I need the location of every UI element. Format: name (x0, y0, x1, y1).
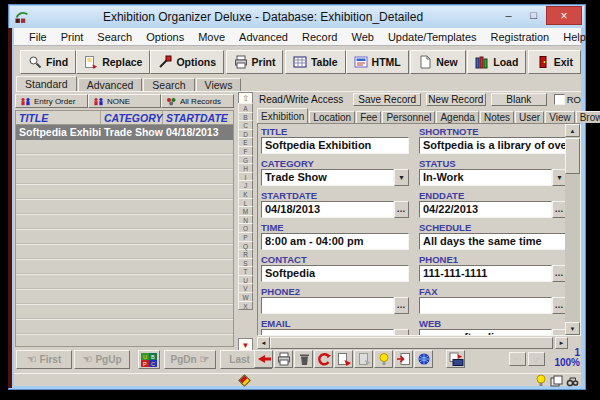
paste-record-icon[interactable] (354, 350, 373, 368)
ellipsis-button[interactable] (394, 329, 409, 336)
ellipsis-button[interactable] (394, 297, 409, 314)
menu-item[interactable]: Search (90, 31, 139, 43)
vertical-scroll-thumb[interactable] (565, 138, 580, 174)
field-input[interactable] (261, 297, 394, 314)
field-input[interactable]: Trade Show (261, 169, 394, 186)
view-tab[interactable]: Views (196, 78, 242, 91)
primasoft-logo-button[interactable]: UB PC (138, 350, 160, 369)
new-record-button[interactable]: New Record (426, 93, 486, 106)
form-tab[interactable]: Exhibition (257, 108, 308, 123)
blank-button[interactable]: Blank (491, 93, 547, 106)
form-field: ENDDATE 04/22/2013 (419, 190, 567, 222)
close-button[interactable]: × (546, 6, 582, 25)
load-button[interactable]: Load (467, 50, 526, 74)
save-record-button[interactable]: Save Record (353, 93, 421, 106)
menu-item[interactable]: Move (191, 31, 232, 43)
menu-item[interactable]: Help (556, 31, 593, 43)
horizontal-scrollbar[interactable]: ◄ ► (257, 337, 568, 349)
exit-button[interactable]: Exit (528, 50, 581, 74)
page-up-button[interactable]: ☜PgUp (74, 350, 130, 369)
copy-record-icon[interactable] (334, 350, 353, 368)
window-left-edge (8, 28, 12, 388)
menu-item[interactable]: Print (54, 31, 91, 43)
form-tab[interactable]: Notes (480, 111, 514, 123)
view-tab[interactable]: Advanced (78, 78, 143, 91)
table-row[interactable]: Softpedia Exhibiti Trade Show 04/18/2013 (16, 125, 233, 140)
import-record-icon[interactable] (394, 350, 413, 368)
field-input[interactable]: All days the same time (419, 233, 567, 250)
field-input[interactable]: In-Work (419, 169, 552, 186)
page-down-button[interactable]: PgDn☞ (164, 350, 216, 369)
maximize-button[interactable]: □ (521, 6, 546, 25)
hint-icon[interactable] (374, 350, 393, 368)
options-button[interactable]: Options (150, 50, 224, 74)
field-label: CONTACT (261, 254, 409, 265)
ellipsis-button[interactable] (394, 201, 409, 218)
column-header-category[interactable]: CATEGORY (101, 111, 163, 124)
field-input[interactable] (419, 297, 552, 314)
scroll-up-icon[interactable]: ▲ (565, 124, 580, 137)
menu-item[interactable]: File (22, 31, 54, 43)
field-label: TIME (261, 222, 409, 233)
form-tab[interactable]: Location (309, 111, 355, 123)
prev-record-button[interactable]: ☜ (509, 352, 526, 366)
form-tab[interactable]: Fee (356, 111, 381, 123)
vertical-scrollbar[interactable]: ▲ ▼ (565, 124, 580, 335)
web-icon[interactable] (414, 350, 433, 368)
menu-item[interactable]: Registration (484, 31, 557, 43)
field-input[interactable]: Softpedia (261, 265, 409, 282)
form-field: SHORTNOTE Softpedia is a library of over… (419, 126, 567, 158)
table-button[interactable]: Table (285, 50, 346, 74)
exit-icon (536, 55, 550, 69)
column-header-startdate[interactable]: STARTDATE (163, 111, 233, 124)
form-tab[interactable]: Browser (576, 111, 600, 123)
field-input[interactable] (261, 329, 394, 336)
first-record-button[interactable]: ☜First (16, 350, 72, 369)
new-button[interactable]: New (410, 50, 466, 74)
menu-item[interactable]: Options (139, 31, 191, 43)
replace-button[interactable]: Replace (76, 50, 150, 74)
field-input[interactable]: 04/22/2013 (419, 201, 552, 218)
field-input[interactable]: 04/18/2013 (261, 201, 394, 218)
back-arrow-icon[interactable] (254, 350, 273, 368)
next-record-button[interactable]: ☞ (528, 352, 545, 366)
form-tab[interactable]: Agenda (436, 111, 478, 123)
form-tab[interactable]: User (515, 111, 544, 123)
sort-none-button[interactable]: NONE (88, 94, 161, 108)
chevron-down-icon[interactable] (394, 169, 409, 186)
form-tab[interactable]: Personnel (382, 111, 435, 123)
save-disk-icon[interactable] (446, 350, 465, 368)
scroll-down-icon[interactable]: ▼ (565, 322, 580, 335)
load-icon (475, 55, 489, 69)
find-button[interactable]: Find (20, 50, 76, 74)
print-icon[interactable] (274, 350, 293, 368)
column-header-title[interactable]: TITLE (16, 111, 101, 124)
horizontal-scroll-thumb[interactable] (270, 337, 553, 349)
readonly-checkbox[interactable] (554, 94, 565, 105)
scroll-left-icon[interactable]: ◄ (257, 337, 270, 349)
delete-icon[interactable] (294, 350, 313, 368)
view-tab[interactable]: Standard (16, 76, 77, 91)
form-field: STARTDATE 04/18/2013 (261, 190, 409, 222)
form-tab[interactable]: View (545, 111, 575, 123)
field-input[interactable]: Softpedia is a library of over 1,2 (419, 137, 567, 154)
minimize-button[interactable]: – (496, 6, 521, 25)
menu-item[interactable]: Record (295, 31, 344, 43)
status-bar (14, 373, 581, 386)
print-button[interactable]: Print (226, 50, 284, 74)
field-input[interactable]: www.softpedia.com (419, 329, 552, 336)
alphabet-letter-button[interactable]: X (238, 301, 253, 311)
menu-item[interactable]: Advanced (232, 31, 295, 43)
view-tab[interactable]: Search (143, 78, 194, 91)
entry-order-button[interactable]: Entry Order (15, 94, 88, 108)
field-input[interactable]: 111-111-1111 (419, 265, 552, 282)
field-label: PHONE1 (419, 254, 567, 265)
html-button[interactable]: HTML (346, 50, 409, 74)
field-input[interactable]: 8:00 am - 04:00 pm (261, 233, 409, 250)
menu-item[interactable]: Web (344, 31, 380, 43)
field-input[interactable]: Softpedia Exhibition (261, 137, 409, 154)
refresh-icon[interactable] (314, 350, 333, 368)
menu-item[interactable]: Update/Templates (381, 31, 484, 43)
svg-text:P: P (143, 361, 147, 367)
all-records-button[interactable]: All Records (161, 94, 234, 108)
